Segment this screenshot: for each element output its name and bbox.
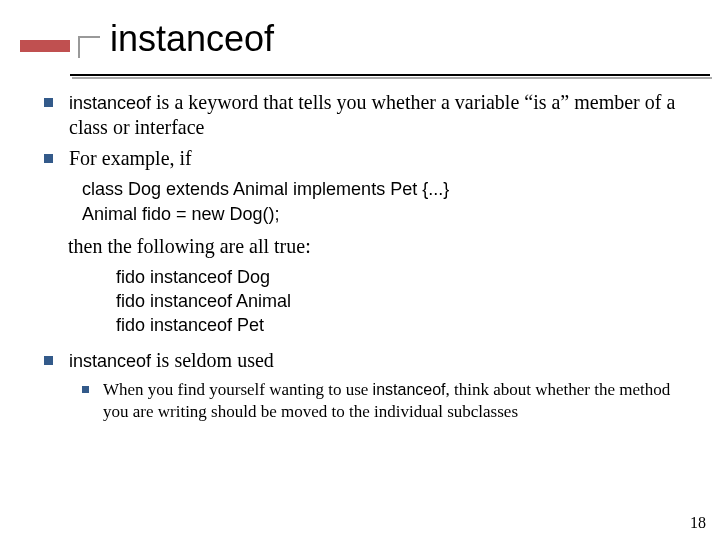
- code-line: fido instanceof Dog: [116, 265, 696, 289]
- code-block-1: class Dog extends Animal implements Pet …: [82, 177, 696, 226]
- title-accent-block: [20, 40, 70, 52]
- keyword-instanceof: instanceof: [69, 93, 151, 113]
- bullet-1-rest: is a keyword that tells you whether a va…: [69, 91, 675, 138]
- sub-bullet-1: When you find yourself wanting to use in…: [82, 379, 696, 422]
- then-line: then the following are all true:: [68, 234, 696, 259]
- page-number: 18: [690, 514, 706, 532]
- code-line: Animal fido = new Dog();: [82, 202, 696, 226]
- bullet-square-icon: [44, 356, 53, 365]
- code-block-2: fido instanceof Dog fido instanceof Anim…: [116, 265, 696, 338]
- bullet-3-rest: is seldom used: [151, 349, 274, 371]
- slide-title: instanceof: [110, 18, 274, 60]
- bullet-square-icon: [44, 98, 53, 107]
- code-line: fido instanceof Pet: [116, 313, 696, 337]
- keyword-instanceof: instanceof: [69, 351, 151, 371]
- slide-body: instanceof is a keyword that tells you w…: [36, 90, 696, 422]
- slide: instanceof instanceof is a keyword that …: [0, 0, 720, 540]
- title-underline: [70, 74, 710, 76]
- title-underline-shadow: [72, 77, 712, 79]
- bullet-1-text: instanceof is a keyword that tells you w…: [69, 90, 696, 140]
- bullet-square-icon: [82, 386, 89, 393]
- bullet-square-icon: [44, 154, 53, 163]
- sub-text-before: When you find yourself wanting to use: [103, 380, 373, 399]
- code-line: class Dog extends Animal implements Pet …: [82, 177, 696, 201]
- bullet-3: instanceof is seldom used: [36, 348, 696, 373]
- code-line: fido instanceof Animal: [116, 289, 696, 313]
- bullet-2: For example, if: [36, 146, 696, 171]
- bullet-3-text: instanceof is seldom used: [69, 348, 696, 373]
- bullet-1: instanceof is a keyword that tells you w…: [36, 90, 696, 140]
- bullet-2-text: For example, if: [69, 146, 696, 171]
- keyword-instanceof: instanceof: [373, 381, 446, 398]
- sub-bullet-1-text: When you find yourself wanting to use in…: [103, 379, 696, 422]
